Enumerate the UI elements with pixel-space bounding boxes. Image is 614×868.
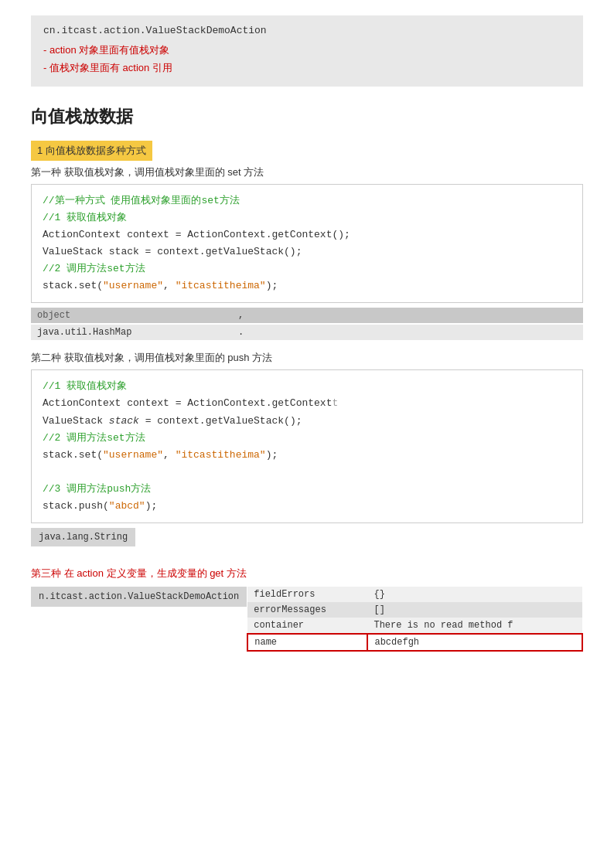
td-key-2: container xyxy=(247,618,367,634)
method2-desc: 第二种 获取值栈对象，调用值栈对象里面的 push 方法 xyxy=(31,351,583,365)
td-val-0: {} xyxy=(367,587,582,602)
method3-content: n.itcast.action.ValueStackDemoAction fie… xyxy=(31,587,583,652)
method3-table: fieldErrors {} errorMessages [] containe… xyxy=(247,587,583,652)
code2-line4: stack.push("abcd"); xyxy=(43,498,571,515)
td-key-0: fieldErrors xyxy=(247,587,367,602)
table-row-1: java.util.HashMap . xyxy=(31,325,583,340)
td-val-name: abcdefgh xyxy=(367,634,582,651)
table-row-errormessages: errorMessages [] xyxy=(247,602,582,618)
push-result: java.lang.String xyxy=(31,528,135,546)
table-row-container: container There is no read method f xyxy=(247,618,582,634)
method3-section: 第三种 在 action 定义变量，生成变量的 get 方法 n.itcast.… xyxy=(31,567,583,652)
code2-comment2: //2 调用方法set方法 xyxy=(43,430,571,447)
table-val-dot: . xyxy=(238,327,577,338)
method3-header: 第三种 在 action 定义变量，生成变量的 get 方法 xyxy=(31,567,583,580)
code1-line6: stack.set("username", "itcastitheima"); xyxy=(43,277,571,294)
top-class-name: cn.itcast.action.ValueStackDemoAction xyxy=(43,25,571,36)
subsection1: 1 向值栈放数据多种方式 第一种 获取值栈对象，调用值栈对象里面的 set 方法… xyxy=(31,141,583,652)
table-row-name: name abcdefgh xyxy=(247,634,582,651)
td-key-1: errorMessages xyxy=(247,602,367,618)
method3-left: n.itcast.action.ValueStackDemoAction xyxy=(31,587,247,607)
push-result-text: java.lang.String xyxy=(39,532,128,543)
td-val-2: There is no read method f xyxy=(367,618,582,634)
code2-comment1: //1 获取值栈对象 xyxy=(43,378,571,395)
section-title: 向值栈放数据 xyxy=(31,105,583,128)
top-section: cn.itcast.action.ValueStackDemoAction - … xyxy=(31,15,583,87)
code1-line5: //2 调用方法set方法 xyxy=(43,260,571,277)
td-key-name: name xyxy=(247,634,367,651)
table-col-empty: , xyxy=(238,310,577,321)
code-block-1: //第一种方式 使用值栈对象里面的set方法 //1 获取值栈对象 Action… xyxy=(31,184,583,304)
code1-line4: ValueStack stack = context.getValueStack… xyxy=(43,243,571,260)
code2-line1: ActionContext context = ActionContext.ge… xyxy=(43,395,571,412)
notes: - action 对象里面有值栈对象 - 值栈对象里面有 action 引用 xyxy=(43,41,571,77)
table-col-object: object xyxy=(37,310,238,321)
table-row-fielderrors: fieldErrors {} xyxy=(247,587,582,602)
code-block-2: //1 获取值栈对象 ActionContext context = Actio… xyxy=(31,369,583,523)
subsection1-header: 1 向值栈放数据多种方式 xyxy=(31,141,152,161)
third-class-name: n.itcast.action.ValueStackDemoAction xyxy=(39,591,239,602)
code1-line2: //1 获取值栈对象 xyxy=(43,209,571,226)
table-header-1: object , xyxy=(31,308,583,323)
method1-desc: 第一种 获取值栈对象，调用值栈对象里面的 set 方法 xyxy=(31,165,583,179)
code1-line3: ActionContext context = ActionContext.ge… xyxy=(43,226,571,243)
note2: - 值栈对象里面有 action 引用 xyxy=(43,59,571,77)
code1-line1: //第一种方式 使用值栈对象里面的set方法 xyxy=(43,192,571,209)
table-val-hashmap: java.util.HashMap xyxy=(37,327,238,338)
code2-line3: stack.set("username", "itcastitheima"); xyxy=(43,447,571,464)
note1: - action 对象里面有值栈对象 xyxy=(43,41,571,59)
code2-line2: ValueStack stack = context.getValueStack… xyxy=(43,413,571,430)
code2-comment3: //3 调用方法push方法 xyxy=(43,481,571,498)
td-val-1: [] xyxy=(367,602,582,618)
